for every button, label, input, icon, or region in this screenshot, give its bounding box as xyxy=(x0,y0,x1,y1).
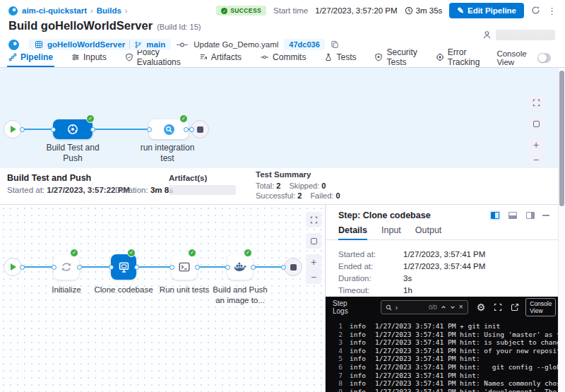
step-success-check-icon: ✓ xyxy=(244,249,252,257)
clock-icon xyxy=(405,6,413,15)
chevron-down-icon[interactable] xyxy=(450,304,456,310)
step-label-line: an image to... xyxy=(201,295,279,306)
log-line: 8info1/27/2023 3:57:41 PMhint: Names com… xyxy=(333,379,558,388)
step-label-clone-codebase[interactable]: Clone codebase xyxy=(92,285,155,295)
log-timestamp: 1/27/2023 3:57:41 PM xyxy=(375,388,450,392)
step-node-run-unit-tests[interactable] xyxy=(172,254,197,280)
execution-lower-split: ✓ ✓ ✓ ✓ Initialize xyxy=(0,205,565,392)
search-prompt: › xyxy=(396,304,398,311)
connector-dot xyxy=(77,265,82,270)
repo-branch-chip[interactable]: goHelloWorldServer main xyxy=(29,39,171,50)
zoom-out-button[interactable]: − xyxy=(306,269,321,284)
stage-label-build-test-and-push[interactable]: Build Test and Push xyxy=(39,143,107,164)
search-icon xyxy=(386,304,392,311)
zoom-controls: + − xyxy=(306,254,321,284)
repository-grid-icon xyxy=(35,40,43,49)
minimize-panel-button[interactable] xyxy=(542,215,549,216)
started-label: Started at: xyxy=(7,186,44,194)
tab-details[interactable]: Details xyxy=(338,223,367,240)
step-label-text: Initialize xyxy=(52,285,81,294)
step-label-line: Build and Push xyxy=(201,285,279,295)
stage-duration: Duration: 3m 8s xyxy=(115,186,173,194)
project-logo-icon xyxy=(8,6,18,16)
stage-label-run-integration-test[interactable]: run integration test xyxy=(133,143,201,164)
step-label-initialize[interactable]: Initialize xyxy=(35,285,98,295)
copy-icon[interactable] xyxy=(331,40,339,49)
detail-label: Started at: xyxy=(338,250,403,262)
fit-to-screen-button[interactable] xyxy=(528,116,544,131)
stage-started-at: Started at: 1/27/2023, 3:57:22 PM xyxy=(7,186,130,194)
zoom-out-button[interactable]: − xyxy=(528,152,544,167)
play-icon xyxy=(11,263,16,271)
log-search-box[interactable]: › 0/0 × xyxy=(381,300,468,314)
refresh-button[interactable] xyxy=(531,6,540,16)
search-match-count: 0/0 xyxy=(429,304,437,311)
layout-split-right-button[interactable] xyxy=(489,210,501,220)
repo-name[interactable]: goHelloWorldServer xyxy=(47,40,125,49)
toggle-knob xyxy=(538,54,547,62)
test-summary-title: Test Summary xyxy=(256,170,311,179)
expand-icon xyxy=(494,303,502,311)
log-timestamp: 1/27/2023 3:57:41 PM xyxy=(375,338,450,347)
stage-node-build-test-and-push[interactable] xyxy=(53,119,93,139)
step-graph-canvas[interactable]: ✓ ✓ ✓ ✓ Initialize xyxy=(0,205,325,392)
skipped-label: Skipped: xyxy=(289,182,319,190)
artifacts-list-icon xyxy=(199,53,208,61)
dock-bottom-icon xyxy=(509,212,517,219)
log-line: 5info1/27/2023 3:57:41 PMhint: xyxy=(333,355,558,363)
layout-dock-bottom-button[interactable] xyxy=(507,210,518,220)
line-number: 2 xyxy=(333,331,343,339)
step-label-text: Clone codebase xyxy=(94,285,153,294)
artifact-value-redacted xyxy=(169,185,236,195)
log-message: hint: git config --global init.defaul xyxy=(460,363,558,372)
build-id: (Build Id: 15) xyxy=(157,23,201,31)
tab-label: Tests xyxy=(336,52,356,62)
total-label: Total: xyxy=(256,182,274,190)
step-label-build-and-push[interactable]: Build and Push an image to... xyxy=(201,285,279,306)
fullscreen-button[interactable] xyxy=(528,95,544,110)
successful-pair: Successful:2 xyxy=(256,191,302,200)
stage-graph-canvas[interactable]: ✓ ✓ Build Test and Push run integration … xyxy=(0,68,565,168)
edit-pipeline-button[interactable]: ✎ Edit Pipeline xyxy=(449,3,524,18)
zoom-in-button[interactable]: + xyxy=(306,254,321,269)
step-node-clone-codebase[interactable] xyxy=(111,254,136,280)
person-icon xyxy=(482,30,492,40)
stage-label-line: test xyxy=(133,153,201,164)
console-view-button[interactable]: Console View xyxy=(525,298,556,316)
stage-label-line: Push xyxy=(39,153,107,164)
connector-dot xyxy=(52,265,56,270)
log-level: info xyxy=(350,372,368,380)
log-fullscreen-button[interactable] xyxy=(494,303,502,311)
step-detail-panel: Step: Clone codebase Details Input Outpu… xyxy=(325,205,558,392)
log-message: hint: 'development'. The just-created b xyxy=(460,388,558,392)
log-settings-button[interactable]: ⚙ xyxy=(477,302,486,312)
elapsed-time: 3m 35s xyxy=(405,6,443,15)
clear-search-icon[interactable]: × xyxy=(459,304,463,311)
tab-output[interactable]: Output xyxy=(415,223,442,240)
chevron-up-icon[interactable] xyxy=(441,304,446,310)
breadcrumb-project[interactable]: aim-ci-quickstart xyxy=(22,6,87,15)
connector-dot xyxy=(170,265,174,270)
breadcrumb-builds[interactable]: Builds xyxy=(97,6,121,15)
step-node-build-and-push-image[interactable] xyxy=(227,254,253,280)
step-node-initialize[interactable] xyxy=(54,254,79,280)
zoom-in-button[interactable]: + xyxy=(528,137,544,152)
more-options-button[interactable]: ⋮ xyxy=(547,6,557,16)
total-value: 2 xyxy=(276,182,280,190)
page-scrollbar-thumb[interactable] xyxy=(559,71,564,206)
branch-name[interactable]: main xyxy=(146,40,165,49)
layout-dock-right-button[interactable] xyxy=(525,210,536,220)
tab-input[interactable]: Input xyxy=(381,223,401,240)
fullscreen-button[interactable] xyxy=(306,212,321,227)
log-level: info xyxy=(350,338,368,347)
fit-icon xyxy=(533,121,540,127)
stage-label-line: Build Test and xyxy=(39,143,107,153)
log-search-input[interactable] xyxy=(401,304,425,311)
open-in-new-tab-button[interactable] xyxy=(511,303,519,311)
harness-logo-icon xyxy=(8,40,19,50)
connector-dot xyxy=(184,127,189,132)
fit-to-screen-button[interactable] xyxy=(306,233,321,249)
stop-icon xyxy=(290,264,297,271)
console-view-toggle[interactable] xyxy=(537,53,550,63)
commit-sha-chip[interactable]: 47dc036 xyxy=(284,39,324,50)
